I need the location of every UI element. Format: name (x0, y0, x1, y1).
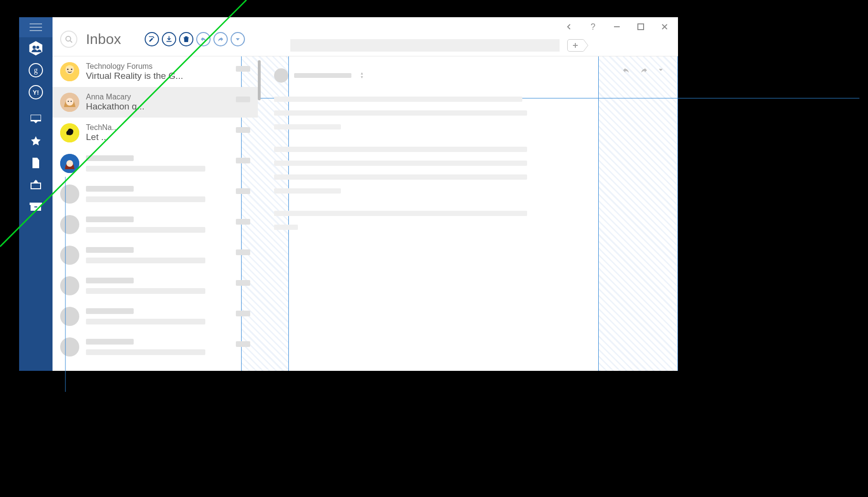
reply-icon[interactable] (621, 66, 631, 76)
archive-icon[interactable] (19, 196, 53, 218)
inbox-icon[interactable] (19, 108, 53, 130)
main-area: ? Inbox (53, 17, 678, 371)
sidebar: g Y! (19, 17, 53, 371)
svg-point-24 (66, 160, 73, 167)
message-date-placeholder (236, 127, 250, 133)
window-controls: ? (562, 17, 678, 36)
reply-button[interactable] (196, 32, 211, 46)
message-item[interactable]: Anna Macary Hackathon q... (53, 87, 258, 118)
forward-button[interactable] (213, 32, 228, 46)
message-date-placeholder (236, 219, 250, 225)
message-date-placeholder (236, 280, 250, 286)
avatar (60, 123, 79, 142)
placeholder-line (86, 339, 134, 345)
sender-placeholder (294, 73, 351, 78)
close-button[interactable] (658, 20, 671, 33)
svg-marker-0 (29, 41, 42, 55)
more-icon[interactable] (657, 66, 665, 76)
avatar (60, 307, 79, 326)
placeholder-line (86, 288, 205, 294)
message-date-placeholder (236, 158, 250, 163)
avatar (60, 215, 79, 234)
message-date-placeholder (236, 188, 250, 194)
svg-rect-9 (34, 206, 37, 207)
placeholder-line (86, 186, 134, 192)
placeholder-line (86, 155, 134, 161)
message-list[interactable]: Technology Forums Virtual Reality is the… (53, 56, 258, 371)
more-button[interactable] (231, 32, 245, 46)
path-bar[interactable] (290, 39, 560, 52)
svg-point-21 (71, 101, 72, 102)
placeholder-line (86, 166, 205, 172)
forward-icon[interactable] (639, 66, 649, 76)
toolbar (145, 32, 245, 46)
svg-point-19 (66, 98, 74, 106)
message-subject: Hackathon q... (86, 101, 229, 112)
search-button[interactable] (60, 31, 77, 48)
svg-point-20 (68, 101, 69, 102)
avatar (60, 62, 79, 81)
message-item[interactable]: TechNa... Let ... (53, 118, 258, 148)
svg-rect-8 (30, 203, 42, 205)
drafts-icon[interactable] (19, 152, 53, 174)
svg-line-13 (70, 41, 72, 43)
placeholder-line (86, 247, 134, 253)
avatar (60, 276, 79, 295)
avatar (60, 246, 79, 265)
svg-rect-7 (31, 205, 41, 211)
message-sender: Anna Macary (86, 93, 229, 101)
message-item[interactable] (53, 179, 258, 209)
app-window: g Y! (19, 17, 678, 371)
yahoo-account-icon[interactable]: Y! (19, 81, 53, 103)
message-date-placeholder (236, 311, 250, 316)
avatar (274, 68, 288, 83)
download-button[interactable] (162, 32, 176, 46)
page-title: Inbox (86, 31, 121, 47)
reader-actions (621, 66, 665, 76)
svg-text:g: g (34, 66, 38, 75)
add-tag-button[interactable] (567, 39, 583, 52)
contacts-icon[interactable] (19, 37, 53, 59)
google-account-icon[interactable]: g (19, 59, 53, 81)
minimize-button[interactable] (610, 20, 624, 33)
expand-toggle[interactable]: ▲▼ (360, 72, 364, 79)
avatar (60, 93, 79, 112)
placeholder-line (86, 216, 134, 222)
placeholder-line (86, 278, 134, 283)
placeholder-line (86, 319, 205, 324)
message-subject: Virtual Reality is the G... (86, 71, 229, 81)
svg-point-17 (71, 69, 73, 70)
message-date-placeholder (236, 66, 250, 72)
message-item[interactable]: Technology Forums Virtual Reality is the… (53, 56, 258, 87)
message-item[interactable] (53, 209, 258, 240)
message-sender: Technology Forums (86, 62, 229, 71)
svg-point-2 (36, 46, 39, 49)
back-button[interactable] (562, 20, 576, 33)
placeholder-line (86, 258, 205, 263)
message-item[interactable] (53, 301, 258, 332)
message-date-placeholder (236, 341, 250, 347)
content: Technology Forums Virtual Reality is the… (53, 56, 678, 371)
delete-button[interactable] (179, 32, 193, 46)
placeholder-line (86, 349, 205, 355)
avatar (60, 154, 79, 173)
message-subject: Let ... (86, 132, 229, 142)
placeholder-line (86, 308, 134, 314)
message-item[interactable] (53, 240, 258, 270)
maximize-button[interactable] (634, 20, 647, 33)
sent-icon[interactable] (19, 174, 53, 196)
message-date-placeholder (236, 97, 250, 102)
message-sender: TechNa... (86, 123, 229, 132)
message-item[interactable] (53, 148, 258, 179)
help-button[interactable]: ? (586, 20, 600, 33)
reader-header: ▲▼ (274, 66, 665, 85)
compose-button[interactable] (145, 32, 159, 46)
placeholder-line (86, 196, 205, 202)
message-item[interactable] (53, 270, 258, 301)
menu-icon[interactable] (19, 17, 53, 37)
starred-icon[interactable] (19, 130, 53, 152)
avatar (60, 337, 79, 357)
message-item[interactable] (53, 332, 258, 362)
reader-body (274, 97, 665, 230)
placeholder-line (86, 227, 205, 233)
